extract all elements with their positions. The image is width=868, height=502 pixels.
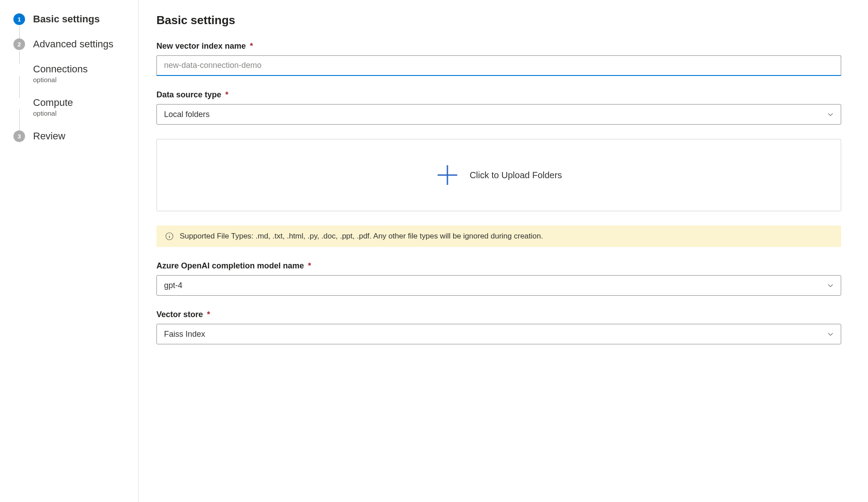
- substep-label: Connections: [33, 63, 88, 75]
- substep-compute[interactable]: Compute optional: [13, 97, 129, 130]
- data-source-type-select[interactable]: Local folders: [156, 104, 841, 125]
- step-advanced-settings[interactable]: 2 Advanced settings: [13, 38, 129, 63]
- upload-folders-zone[interactable]: Click to Upload Folders: [156, 139, 841, 211]
- step-label: Advanced settings: [33, 38, 114, 50]
- substep-connections[interactable]: Connections optional: [13, 63, 129, 97]
- main-content: Basic settings New vector index name * D…: [139, 0, 868, 502]
- field-completion-model: Azure OpenAI completion model name * gpt…: [156, 261, 841, 296]
- field-label: New vector index name *: [156, 42, 841, 51]
- page-title: Basic settings: [156, 13, 841, 27]
- field-vector-store: Vector store * Faiss Index: [156, 310, 841, 344]
- step-basic-settings[interactable]: 1 Basic settings: [13, 13, 129, 38]
- step-connector: [19, 51, 20, 64]
- step-list: 1 Basic settings 2 Advanced settings Con…: [13, 13, 129, 155]
- vector-index-name-input[interactable]: [156, 55, 841, 76]
- required-indicator: *: [207, 310, 210, 319]
- field-label: Vector store *: [156, 310, 841, 319]
- step-connector: [19, 109, 20, 131]
- upload-text: Click to Upload Folders: [470, 170, 562, 180]
- chevron-down-icon: [827, 111, 834, 117]
- field-data-source: Data source type * Local folders: [156, 90, 841, 125]
- select-value: gpt-4: [164, 281, 182, 290]
- wizard-sidebar: 1 Basic settings 2 Advanced settings Con…: [0, 0, 139, 502]
- substep-sublabel: optional: [33, 109, 73, 117]
- field-upload: Click to Upload Folders: [156, 139, 841, 211]
- chevron-down-icon: [827, 282, 834, 289]
- substep-label: Compute: [33, 97, 73, 109]
- step-number-badge: 1: [13, 13, 25, 25]
- step-label: Review: [33, 130, 65, 142]
- required-indicator: *: [250, 42, 253, 50]
- info-icon: [165, 232, 173, 240]
- select-value: Faiss Index: [164, 330, 205, 339]
- step-label: Basic settings: [33, 13, 100, 25]
- chevron-down-icon: [827, 331, 834, 337]
- step-review[interactable]: 3 Review: [13, 130, 129, 155]
- vector-store-select[interactable]: Faiss Index: [156, 324, 841, 344]
- field-label: Azure OpenAI completion model name *: [156, 261, 841, 271]
- info-text: Supported File Types: .md, .txt, .html, …: [180, 232, 543, 241]
- field-index-name: New vector index name *: [156, 42, 841, 76]
- substep-sublabel: optional: [33, 76, 88, 84]
- step-connector: [19, 26, 20, 39]
- plus-icon: [436, 163, 459, 187]
- required-indicator: *: [225, 90, 228, 99]
- field-label: Data source type *: [156, 90, 841, 100]
- step-connector: [19, 76, 20, 98]
- step-number-badge: 3: [13, 130, 25, 142]
- info-banner: Supported File Types: .md, .txt, .html, …: [156, 226, 841, 247]
- step-number-badge: 2: [13, 38, 25, 50]
- completion-model-select[interactable]: gpt-4: [156, 275, 841, 296]
- required-indicator: *: [308, 261, 311, 270]
- select-value: Local folders: [164, 110, 210, 119]
